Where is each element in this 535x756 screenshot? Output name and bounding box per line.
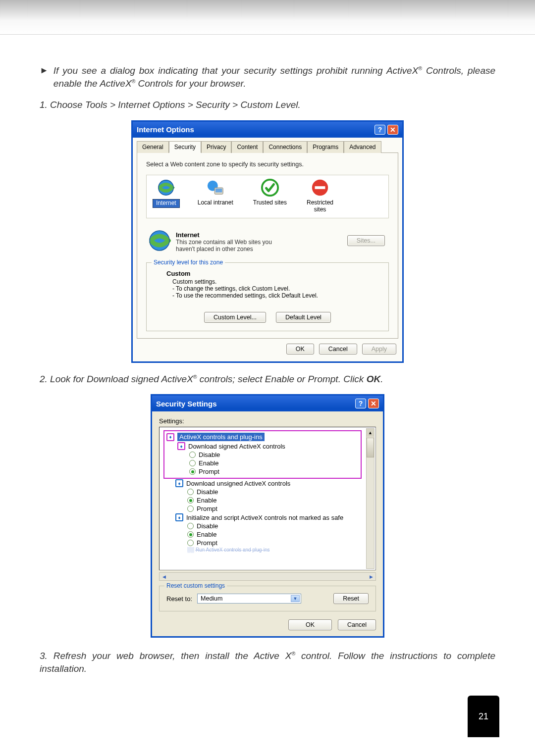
page-number-badge: 21 bbox=[468, 696, 499, 737]
zone-local-intranet[interactable]: Local intranet bbox=[196, 178, 235, 214]
tree-group-download-signed[interactable]: ♦ Download signed ActiveX controls bbox=[165, 442, 360, 451]
opt-prompt: Prompt bbox=[199, 468, 219, 475]
sites-button[interactable]: Sites... bbox=[347, 235, 385, 246]
intro-text: If you see a dialog box indicating that … bbox=[54, 64, 495, 90]
activex-icon: ♦ bbox=[175, 513, 183, 521]
cancel-button[interactable]: Cancel bbox=[338, 619, 376, 630]
close-icon[interactable]: ✕ bbox=[387, 125, 398, 135]
tab-advanced[interactable]: Advanced bbox=[344, 141, 381, 153]
chevron-down-icon[interactable]: ▼ bbox=[291, 595, 300, 602]
zone-internet[interactable]: Internet bbox=[153, 178, 180, 214]
opt-prompt: Prompt bbox=[197, 505, 217, 512]
restricted-icon bbox=[311, 178, 329, 197]
tree-root-activex[interactable]: ♦ ActiveX controls and plug-ins bbox=[165, 432, 360, 442]
vertical-scrollbar[interactable]: ▲ bbox=[366, 428, 374, 569]
radio-icon[interactable] bbox=[189, 460, 196, 466]
tree-option[interactable]: Enable bbox=[163, 496, 374, 504]
close-icon[interactable]: ✕ bbox=[368, 399, 379, 408]
intro-line2b: Controls for your browser. bbox=[135, 78, 246, 89]
tree-root-label: ActiveX controls and plug-ins bbox=[177, 433, 265, 441]
opt-disable: Disable bbox=[199, 451, 220, 458]
tree-option[interactable]: Enable bbox=[165, 459, 360, 467]
reg-mark: ® bbox=[193, 374, 197, 379]
cancel-button[interactable]: Cancel bbox=[319, 344, 357, 354]
ss-titlebar[interactable]: Security Settings ? ✕ bbox=[152, 396, 383, 411]
ss-body: Settings: ▲ ♦ ActiveX controls and plug-… bbox=[152, 411, 383, 636]
step-2: 2. Look for Download signed ActiveX® con… bbox=[40, 373, 495, 386]
tab-content[interactable]: Content bbox=[231, 141, 263, 153]
scroll-right-icon[interactable]: ▶ bbox=[367, 573, 375, 580]
step3-a: 3. Refresh your web browser, then instal… bbox=[40, 651, 291, 661]
zones-row: Internet Local intranet Trusted sites bbox=[146, 175, 389, 218]
radio-icon-selected[interactable] bbox=[187, 531, 194, 538]
tab-general[interactable]: General bbox=[137, 141, 169, 153]
ss-title: Security Settings bbox=[156, 400, 217, 408]
tree-group-download-unsigned[interactable]: ♦ Download unsigned ActiveX controls bbox=[163, 479, 374, 488]
tree-option[interactable]: Enable bbox=[163, 530, 374, 539]
help-icon[interactable]: ? bbox=[374, 125, 385, 135]
tree-option[interactable]: Prompt bbox=[163, 504, 374, 513]
opt-enable: Enable bbox=[199, 459, 218, 467]
scroll-left-icon[interactable]: ◀ bbox=[160, 573, 168, 580]
radio-icon[interactable] bbox=[187, 523, 194, 529]
tab-privacy[interactable]: Privacy bbox=[201, 141, 231, 153]
dialog-titlebar[interactable]: Internet Options ? ✕ bbox=[133, 122, 402, 138]
tab-strip: General Security Privacy Content Connect… bbox=[137, 141, 398, 153]
globe-icon bbox=[157, 178, 175, 197]
zone-restricted-sites[interactable]: Restricted sites bbox=[305, 178, 335, 214]
zone-trusted-label: Trusted sites bbox=[251, 199, 289, 207]
tab-programs[interactable]: Programs bbox=[307, 141, 344, 153]
tab-security[interactable]: Security bbox=[169, 141, 201, 153]
ok-button[interactable]: OK bbox=[286, 344, 314, 354]
reset-to-select[interactable]: Medium ▼ bbox=[197, 594, 301, 604]
reset-button[interactable]: Reset bbox=[333, 593, 369, 604]
zone-internet-label: Internet bbox=[153, 199, 180, 208]
svg-rect-7 bbox=[315, 186, 325, 189]
radio-icon[interactable] bbox=[187, 489, 194, 495]
custom-level-button[interactable]: Custom Level... bbox=[204, 312, 266, 323]
page-content: ► If you see a dialog box indicating tha… bbox=[0, 35, 535, 694]
tree-option[interactable]: Prompt bbox=[165, 467, 360, 476]
help-icon[interactable]: ? bbox=[355, 399, 366, 408]
intranet-icon bbox=[206, 178, 225, 197]
zone-trusted-sites[interactable]: Trusted sites bbox=[251, 178, 289, 214]
step2-b: controls; select Enable or Prompt. Click bbox=[197, 374, 367, 384]
radio-icon-selected[interactable] bbox=[189, 468, 196, 475]
globe-icon-large bbox=[148, 229, 171, 252]
settings-label: Settings: bbox=[159, 417, 376, 425]
step-3: 3. Refresh your web browser, then instal… bbox=[40, 650, 495, 675]
intro-paragraph: ► If you see a dialog box indicating tha… bbox=[40, 64, 495, 90]
intro-line1: If you see a dialog box indicating that … bbox=[54, 65, 419, 76]
ss-bottom-buttons: OK Cancel bbox=[159, 619, 376, 630]
radio-icon[interactable] bbox=[189, 452, 196, 458]
tree-g3-label: Initialize and script ActiveX controls n… bbox=[186, 514, 343, 521]
tree-group-init-script[interactable]: ♦ Initialize and script ActiveX controls… bbox=[163, 513, 374, 522]
custom-line0: Custom settings. bbox=[172, 278, 381, 285]
reg-mark: ® bbox=[291, 651, 295, 656]
default-level-button[interactable]: Default Level bbox=[276, 312, 331, 323]
tree-option[interactable]: Disable bbox=[165, 451, 360, 459]
zone-detail-desc2: haven't placed in other zones bbox=[176, 246, 384, 252]
step2-a: 2. Look for Download signed ActiveX bbox=[40, 374, 193, 384]
horizontal-scrollbar[interactable]: ◀ ▶ bbox=[159, 572, 376, 581]
tree-g1-label: Download signed ActiveX controls bbox=[188, 443, 285, 450]
activex-icon: ♦ bbox=[166, 433, 174, 441]
reg-mark: ® bbox=[418, 66, 422, 71]
tree-option[interactable]: Disable bbox=[163, 488, 374, 496]
radio-icon[interactable] bbox=[187, 505, 194, 512]
scroll-up-icon[interactable]: ▲ bbox=[367, 429, 374, 437]
page-top-gradient bbox=[0, 0, 535, 35]
ok-button[interactable]: OK bbox=[288, 619, 332, 630]
reset-fieldset: Reset custom settings Reset to: Medium ▼… bbox=[159, 586, 376, 611]
radio-icon[interactable] bbox=[187, 540, 194, 546]
apply-button[interactable]: Apply bbox=[362, 344, 396, 354]
zone-restricted-label: Restricted sites bbox=[305, 199, 335, 214]
tree-option[interactable]: Disable bbox=[163, 522, 374, 530]
scroll-thumb[interactable] bbox=[367, 438, 374, 457]
tree-option[interactable]: Prompt bbox=[163, 539, 374, 547]
opt-enable: Enable bbox=[197, 531, 216, 538]
tab-connections[interactable]: Connections bbox=[263, 141, 307, 153]
radio-icon-selected[interactable] bbox=[187, 497, 194, 504]
settings-tree[interactable]: ▲ ♦ ActiveX controls and plug-ins ♦ Down… bbox=[159, 427, 376, 570]
reset-to-value: Medium bbox=[201, 595, 222, 602]
